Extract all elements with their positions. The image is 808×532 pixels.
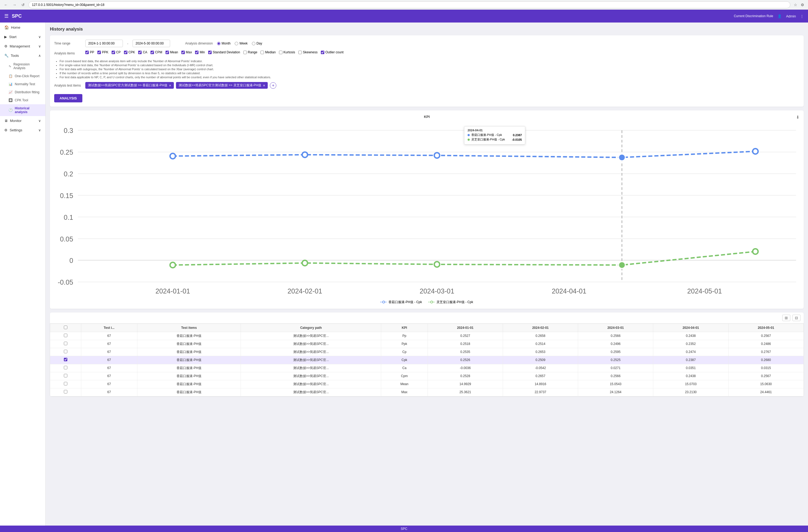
download-icon[interactable]: ⬇ xyxy=(796,115,800,120)
td-checkbox[interactable] xyxy=(50,356,81,364)
radio-week-input[interactable] xyxy=(235,42,238,45)
checkbox-item-ca[interactable]: CA xyxy=(138,51,147,54)
checkbox-item-range[interactable]: Range xyxy=(243,51,257,54)
td-id: 67 xyxy=(81,364,137,372)
radio-week[interactable]: Week xyxy=(235,41,247,45)
hamburger-icon[interactable]: ☰ xyxy=(4,13,8,19)
sidebar-item-monitor[interactable]: 🖥 Monitor ∨ xyxy=(0,116,45,126)
checkbox-max[interactable] xyxy=(181,51,185,54)
checkbox-pp[interactable] xyxy=(85,51,89,54)
svg-text:0.3: 0.3 xyxy=(64,127,73,134)
sidebar-item-one-click-report[interactable]: 📋 One-Click Report xyxy=(0,72,45,80)
sidebar-item-distribution-fitting[interactable]: 📈 Distribution fitting xyxy=(0,88,45,96)
checkbox-item-ppk[interactable]: PPK xyxy=(97,51,108,54)
checkbox-cpm[interactable] xyxy=(150,51,154,54)
checkbox-item-cp[interactable]: CP xyxy=(112,51,121,54)
more-options-icon[interactable]: ⋮ xyxy=(800,14,804,18)
sidebar-start-label: Start xyxy=(9,35,16,39)
checkbox-skewness[interactable] xyxy=(298,51,302,54)
checkbox-item-min[interactable]: Min xyxy=(195,51,205,54)
url-bar[interactable] xyxy=(29,1,790,8)
start-date-input[interactable] xyxy=(85,40,123,47)
td-category: 测试数据>>简易SPC官... xyxy=(241,380,381,388)
checkbox-kurtosis[interactable] xyxy=(279,51,282,54)
sidebar-item-home[interactable]: 🏠 Home xyxy=(0,22,45,32)
radio-month[interactable]: Month xyxy=(217,41,231,45)
table-export-button[interactable]: ⊟ xyxy=(792,315,801,321)
select-all-checkbox[interactable] xyxy=(64,326,67,329)
row-checkbox-6[interactable] xyxy=(64,382,67,385)
sidebar-item-normality-test[interactable]: 📊 Normality Test xyxy=(0,80,45,88)
radio-day[interactable]: Day xyxy=(252,41,262,45)
checkbox-range[interactable] xyxy=(243,51,247,54)
td-checkbox[interactable] xyxy=(50,372,81,380)
checkbox-item-kurtosis[interactable]: Kurtosis xyxy=(279,51,295,54)
table-row: 67 香菇口服液-PH值 测试数据>>简易SPC官... Mean 14.992… xyxy=(50,380,804,388)
checkbox-stddev[interactable] xyxy=(208,51,212,54)
row-checkbox-5[interactable] xyxy=(64,374,67,377)
checkbox-item-cpk[interactable]: CPK xyxy=(124,51,135,54)
checkbox-label-kurtosis: Kurtosis xyxy=(283,51,295,54)
checkbox-item-skewness[interactable]: Skewness xyxy=(298,51,318,54)
checkbox-mean[interactable] xyxy=(166,51,169,54)
monitor-icon: 🖥 xyxy=(4,119,8,123)
checkbox-item-mean[interactable]: Mean xyxy=(166,51,178,54)
checkbox-min[interactable] xyxy=(195,51,199,54)
cpk-icon: 🔲 xyxy=(8,98,13,102)
checkbox-label-mean: Mean xyxy=(170,51,178,54)
checkbox-item-cpm[interactable]: CPM xyxy=(150,51,162,54)
checkbox-item-max[interactable]: Max xyxy=(181,51,192,54)
td-checkbox[interactable] xyxy=(50,388,81,396)
star-icon[interactable]: ☆ xyxy=(792,2,798,8)
sidebar-item-management[interactable]: ⚙ Management ∨ xyxy=(0,41,45,51)
checkbox-item-stddev[interactable]: Standard Deviation xyxy=(208,51,240,54)
row-checkbox-2[interactable] xyxy=(64,350,67,353)
sidebar-item-tools[interactable]: 🔧 Tools ∧ xyxy=(0,51,45,60)
row-checkbox-1[interactable] xyxy=(64,342,67,345)
th-date5: 2024-05-01 xyxy=(728,323,804,332)
checkbox-ppk[interactable] xyxy=(97,51,101,54)
row-checkbox-7[interactable] xyxy=(64,390,67,394)
sidebar-item-settings[interactable]: ⚙ Settings ∨ xyxy=(0,126,45,135)
end-date-input[interactable] xyxy=(132,40,170,47)
tag-close-tag2[interactable]: × xyxy=(263,83,265,88)
time-range-label: Time range xyxy=(54,41,81,45)
row-checkbox-4[interactable] xyxy=(64,366,67,369)
checkbox-label-min: Min xyxy=(200,51,205,54)
checkbox-cp[interactable] xyxy=(112,51,115,54)
sidebar-item-historical-analysis[interactable]: 🕐 Historical analysis xyxy=(0,104,45,116)
sidebar-item-regression-analysis[interactable]: ∿ Regression Analysis xyxy=(0,60,45,72)
radio-month-input[interactable] xyxy=(217,42,221,45)
row-checkbox-3[interactable] xyxy=(64,358,67,361)
extensions-icon[interactable]: ⚙ xyxy=(800,2,805,8)
forward-button[interactable]: → xyxy=(11,2,18,8)
radio-day-input[interactable] xyxy=(252,42,255,45)
td-checkbox[interactable] xyxy=(50,348,81,356)
td-v2: 0.2653 xyxy=(503,348,578,356)
sidebar-item-start[interactable]: ▶ Start ∨ xyxy=(0,32,45,41)
checkbox-item-median[interactable]: Median xyxy=(260,51,276,54)
analysis-button[interactable]: ANALYSIS xyxy=(54,94,82,102)
table-grid-view-button[interactable]: ⊞ xyxy=(782,315,790,321)
checkbox-cpk[interactable] xyxy=(124,51,127,54)
td-checkbox[interactable] xyxy=(50,380,81,388)
tag-close-tag1[interactable]: × xyxy=(169,83,171,88)
td-checkbox[interactable] xyxy=(50,364,81,372)
checkbox-ca[interactable] xyxy=(138,51,142,54)
reload-button[interactable]: ↺ xyxy=(20,2,26,8)
note-item: For single-value test data, the 'Number … xyxy=(59,63,800,67)
td-v4: 0.0351 xyxy=(653,364,728,372)
checkbox-item-pp[interactable]: PP xyxy=(85,51,94,54)
checkbox-outliercount[interactable] xyxy=(321,51,324,54)
td-v5: 0.2567 xyxy=(728,332,804,340)
add-tag-button[interactable]: + xyxy=(270,82,276,89)
checkbox-label-median: Median xyxy=(265,51,276,54)
row-checkbox-0[interactable] xyxy=(64,334,67,337)
sidebar-management-label: Management xyxy=(10,44,30,48)
checkbox-median[interactable] xyxy=(260,51,264,54)
sidebar-item-cpk-tool[interactable]: 🔲 CPK Tool xyxy=(0,96,45,104)
td-checkbox[interactable] xyxy=(50,332,81,340)
back-button[interactable]: ← xyxy=(3,2,9,8)
td-checkbox[interactable] xyxy=(50,340,81,348)
checkbox-item-outliercount[interactable]: Outlier count xyxy=(321,51,344,54)
